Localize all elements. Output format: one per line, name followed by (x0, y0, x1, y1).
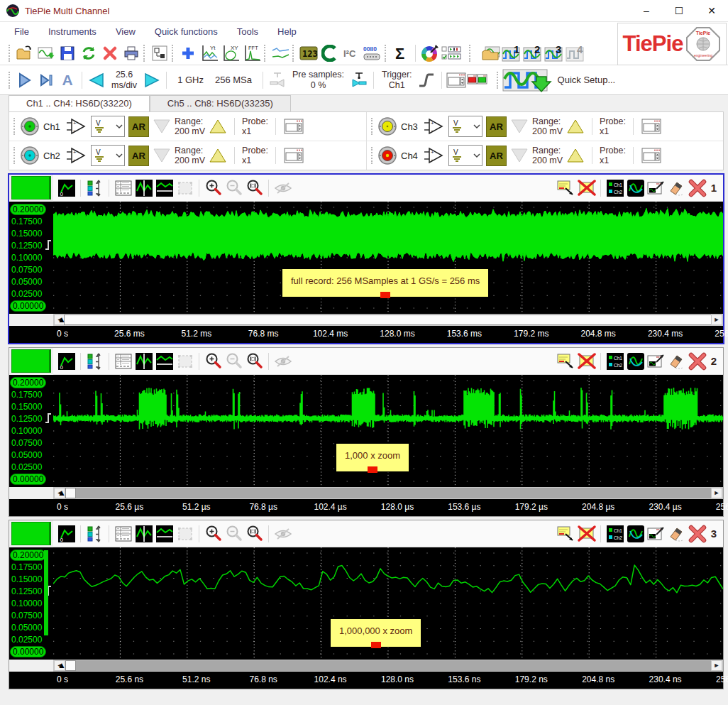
plot-area[interactable]: full record: 256 MSamples at 1 GS/s = 25… (53, 202, 723, 314)
delete-comment-button[interactable] (576, 177, 597, 199)
vertical-cursor-button[interactable] (133, 351, 154, 372)
yt-graph-button[interactable]: Yt (199, 43, 220, 63)
auto-setup-button[interactable]: A (57, 70, 78, 90)
quick-measurement-3-button[interactable]: 3 (544, 43, 566, 63)
open-measurement-button[interactable] (480, 43, 502, 63)
i2c-analyzer-button[interactable]: I²C (341, 43, 362, 63)
print-button[interactable] (121, 43, 142, 63)
autorange-button[interactable]: AR (486, 116, 507, 137)
tab-hs6d-33220[interactable]: Ch1 .. Ch4: HS6D(33220) (9, 95, 150, 111)
close-button[interactable]: ✕ (695, 0, 728, 21)
axis-zoom-range-indicator[interactable] (44, 550, 48, 635)
autorange-button[interactable]: AR (128, 146, 149, 166)
close-graph-button[interactable] (687, 351, 707, 372)
eraser-button[interactable] (666, 523, 687, 545)
object-tree-button[interactable] (149, 43, 170, 63)
trace-style-button[interactable] (625, 177, 646, 199)
legend-button[interactable]: Ch1 Ch2 (605, 351, 625, 372)
menu-instruments[interactable]: Instruments (48, 26, 96, 37)
timebase-faster-button[interactable] (141, 70, 162, 90)
trace-offsets-button[interactable] (84, 351, 105, 372)
comment-note[interactable]: 1,000 x zoom (336, 443, 409, 472)
meter-button[interactable]: 123 (298, 43, 319, 63)
add-object-button[interactable] (177, 43, 199, 63)
export-waveform-button[interactable] (35, 43, 57, 63)
value-table-button[interactable] (113, 523, 133, 545)
eraser-button[interactable] (666, 177, 687, 199)
bnc-connector-ch1-icon[interactable] (20, 116, 40, 136)
amplifier-icon[interactable]: +− (424, 117, 445, 136)
trace-style-button[interactable] (625, 351, 646, 372)
delete-comment-button[interactable] (576, 523, 597, 545)
scroll-right-button[interactable]: ► (711, 660, 722, 671)
close-graph-button[interactable] (687, 523, 707, 545)
presamples-increase-button[interactable] (348, 70, 370, 90)
range-up-triangle-icon[interactable] (566, 118, 585, 135)
zoom-all-button[interactable] (244, 523, 265, 545)
zoom-all-button[interactable] (244, 351, 265, 372)
axis-offset-slider[interactable] (11, 349, 51, 373)
comment-note[interactable]: 1,000,000 x zoom (330, 618, 421, 647)
horizontal-cursor-button[interactable] (154, 351, 175, 372)
menu-tools[interactable]: Tools (237, 26, 258, 37)
tab-hs6d-33235[interactable]: Ch5 .. Ch8: HS6D(33235) (150, 95, 291, 111)
horizontal-scrollbar[interactable]: ▲ ◄ ► (53, 487, 723, 499)
eraser-button[interactable] (666, 351, 687, 372)
line-graph-button[interactable] (270, 43, 291, 63)
bnc-connector-ch4-icon[interactable] (377, 146, 397, 165)
plot-area[interactable]: 1,000,000 x zoom (53, 547, 723, 660)
coupling-select[interactable]: V (448, 116, 482, 137)
start-button[interactable] (14, 70, 35, 90)
gauge-button[interactable] (319, 43, 341, 63)
open-in-window-button[interactable] (646, 177, 666, 199)
presamples-display[interactable]: Pre samples: 0 % (292, 70, 344, 90)
axis-offset-slider[interactable] (11, 176, 51, 200)
trace-style-button[interactable] (625, 523, 646, 545)
trace-offsets-button[interactable] (84, 177, 105, 199)
amplifier-icon[interactable]: +− (424, 146, 445, 165)
horizontal-cursor-button[interactable] (154, 177, 175, 199)
range-up-triangle-icon[interactable] (566, 147, 585, 164)
amplifier-icon[interactable]: +− (66, 146, 87, 165)
delete-button[interactable] (99, 43, 121, 63)
horizontal-cursor-button[interactable] (154, 523, 175, 545)
minimize-button[interactable]: – (630, 0, 663, 21)
add-comment-button[interactable] (556, 523, 576, 545)
value-table-button[interactable] (113, 177, 133, 199)
scrollbar-thumb[interactable] (64, 315, 712, 325)
y-tick[interactable]: 0.20000 (11, 377, 53, 388)
delete-comment-button[interactable] (576, 351, 597, 372)
scroll-right-button[interactable]: ► (711, 488, 722, 498)
comment-note[interactable]: full record: 256 MSamples at 1 GS/s = 25… (282, 268, 489, 297)
trigger-level-icon[interactable] (45, 237, 53, 253)
channel-settings-icon[interactable] (283, 117, 304, 136)
menu-view[interactable]: View (116, 26, 136, 37)
coupling-select[interactable]: V (91, 116, 125, 137)
fft-graph-button[interactable]: FFT (241, 43, 263, 63)
save-button[interactable] (57, 43, 78, 63)
add-comment-button[interactable] (556, 351, 576, 372)
zoom-in-button[interactable] (203, 523, 224, 545)
axes-zero-button[interactable]: 0 (56, 523, 77, 545)
timebase-slower-button[interactable] (86, 70, 107, 90)
autorange-button[interactable]: AR (128, 116, 149, 137)
amplifier-icon[interactable]: +− (66, 117, 87, 136)
add-comment-button[interactable] (556, 177, 576, 199)
menu-file[interactable]: File (14, 26, 29, 37)
value-table-button[interactable] (113, 351, 133, 372)
color-picker-button[interactable] (419, 43, 441, 63)
coupling-select[interactable]: V (448, 145, 482, 166)
zoom-in-button[interactable] (203, 351, 224, 372)
coupling-select[interactable]: V (91, 145, 125, 166)
open-file-button[interactable] (14, 43, 35, 63)
axes-zero-button[interactable]: 0 (56, 177, 77, 199)
channel-settings-icon[interactable] (283, 146, 304, 165)
legend-button[interactable]: Ch1 Ch2 (605, 177, 625, 199)
menu-quick-functions[interactable]: Quick functions (155, 26, 218, 37)
scrollbar-thumb[interactable] (65, 660, 76, 671)
timebase-display[interactable]: 25.6 ms/div (111, 70, 137, 90)
trace-offsets-button[interactable] (84, 523, 105, 545)
one-shot-button[interactable] (35, 70, 57, 90)
axis-offset-slider[interactable] (11, 522, 51, 545)
zoom-all-button[interactable] (244, 177, 265, 199)
